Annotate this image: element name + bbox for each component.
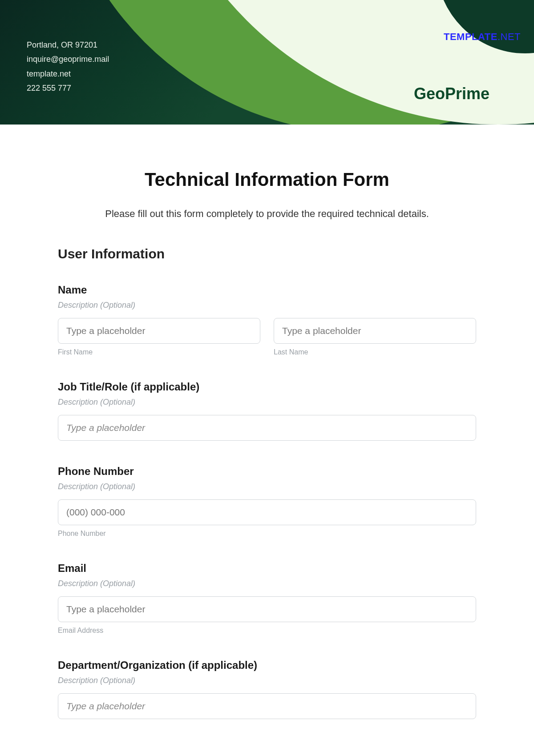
contact-site: template.net [27,67,109,81]
label-department: Department/Organization (if applicable) [58,659,476,672]
header-banner: Portland, OR 97201 inquire@geoprime.mail… [0,0,534,125]
watermark: TEMPLATE.NET [444,31,521,43]
field-department: Department/Organization (if applicable) … [58,659,476,719]
department-input[interactable] [58,693,476,719]
sublabel-last-name: Last Name [274,348,476,356]
form-content: Technical Information Form Please fill o… [0,125,534,756]
field-phone: Phone Number Description (Optional) Phon… [58,465,476,538]
label-job-title: Job Title/Role (if applicable) [58,381,476,393]
job-title-input[interactable] [58,415,476,441]
label-email: Email [58,562,476,575]
desc-name: Description (Optional) [58,301,476,310]
first-name-input[interactable] [58,318,260,344]
watermark-thin: .NET [498,31,521,42]
sublabel-email: Email Address [58,627,476,635]
contact-phone: 222 555 777 [27,81,109,95]
desc-job-title: Description (Optional) [58,398,476,407]
brand-logo-text: GeoPrime [414,84,490,103]
label-name: Name [58,284,476,296]
desc-department: Description (Optional) [58,676,476,685]
desc-phone: Description (Optional) [58,482,476,491]
desc-email: Description (Optional) [58,579,476,588]
sublabel-phone: Phone Number [58,530,476,538]
label-phone: Phone Number [58,465,476,478]
form-title: Technical Information Form [58,169,476,190]
last-name-input[interactable] [274,318,476,344]
form-subtitle: Please fill out this form completely to … [58,208,476,220]
phone-input[interactable] [58,499,476,525]
watermark-bold: TEMPLATE [444,31,498,42]
contact-email: inquire@geoprime.mail [27,52,109,66]
field-name: Name Description (Optional) First Name L… [58,284,476,356]
contact-address: Portland, OR 97201 [27,38,109,52]
field-email: Email Description (Optional) Email Addre… [58,562,476,635]
contact-block: Portland, OR 97201 inquire@geoprime.mail… [27,38,109,96]
section-user-info: User Information [58,246,476,261]
email-input[interactable] [58,596,476,622]
field-job-title: Job Title/Role (if applicable) Descripti… [58,381,476,441]
sublabel-first-name: First Name [58,348,260,356]
